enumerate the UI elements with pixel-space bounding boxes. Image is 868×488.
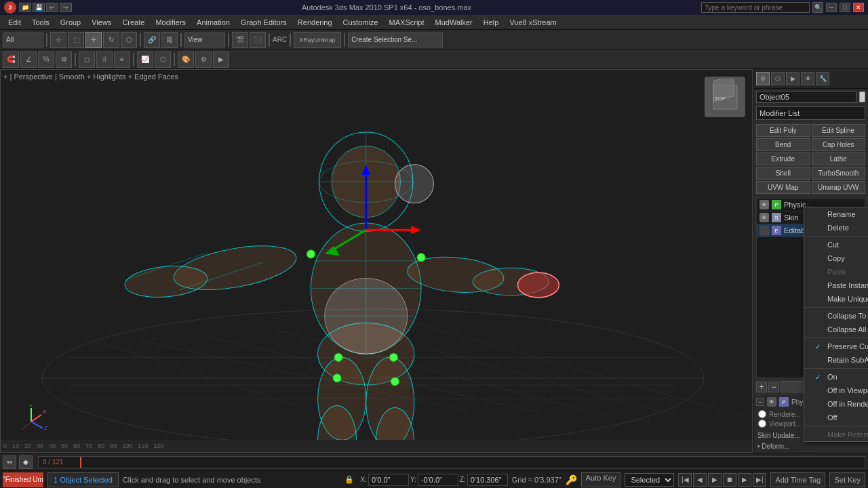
ctx-paste-instance[interactable]: Paste Instance: [804, 279, 868, 292]
menu-btn-undo[interactable]: ↩: [46, 3, 58, 12]
modify-panel-icon[interactable]: ⚙: [756, 72, 770, 85]
ctx-cut[interactable]: Cut: [804, 238, 868, 251]
display-panel-icon[interactable]: 👁: [801, 72, 814, 85]
menu-graph-editors[interactable]: Graph Editors: [235, 17, 292, 28]
menu-mudwalker[interactable]: MudWalker: [430, 17, 478, 28]
ctx-on[interactable]: ✓ On: [804, 370, 868, 384]
menu-tools[interactable]: Tools: [26, 17, 55, 28]
extrude-button[interactable]: Extrude: [756, 152, 810, 165]
selection-filter-dropdown[interactable]: All: [3, 33, 43, 47]
ctx-retain-subani[interactable]: Retain SubAni...: [804, 353, 868, 367]
object-name-input[interactable]: [756, 91, 856, 103]
snaps-toggle[interactable]: 🧲: [3, 52, 19, 68]
menu-edit[interactable]: Edit: [3, 17, 26, 28]
stack-eye-icon-editpoly[interactable]: [760, 226, 769, 235]
shell-button[interactable]: Shell: [756, 167, 810, 180]
modifier-list-dropdown[interactable]: Modifier List: [756, 106, 865, 120]
scale-tool[interactable]: ⬡: [121, 32, 137, 48]
rotate-tool[interactable]: ↻: [103, 32, 119, 48]
ctx-off[interactable]: Off: [804, 411, 868, 424]
stop-button[interactable]: ⏹: [723, 473, 736, 487]
object-color-swatch[interactable]: [859, 92, 865, 102]
set-key-button[interactable]: Set Key: [829, 472, 865, 487]
cap-holes-button[interactable]: Cap Holes: [812, 138, 866, 151]
move-tool[interactable]: ✛: [85, 32, 102, 48]
menu-create[interactable]: Create: [117, 17, 150, 28]
ctx-collapse-to[interactable]: Collapse To: [804, 309, 868, 323]
material-map[interactable]: 🎨: [178, 52, 194, 68]
menu-customize[interactable]: Customize: [338, 17, 384, 28]
ctx-make-unique[interactable]: Make Unique: [804, 292, 868, 306]
named-selections[interactable]: ◻: [79, 52, 95, 68]
viewport-radio[interactable]: [758, 420, 766, 428]
edit-spline-button[interactable]: Edit Spline: [812, 124, 866, 137]
menu-views[interactable]: Views: [86, 17, 117, 28]
schematic-view[interactable]: ⬡: [155, 52, 171, 68]
render-setup[interactable]: ⚙: [195, 52, 212, 68]
ctx-rename[interactable]: Rename: [804, 207, 868, 221]
renderer-radio[interactable]: [758, 410, 766, 418]
xray-unwrap[interactable]: XRayUnwrap: [294, 32, 341, 48]
status-icon-box[interactable]: "Finished Um: [3, 472, 43, 487]
select-region[interactable]: ⬚: [68, 32, 84, 48]
select-tool[interactable]: ⊹: [50, 32, 66, 48]
angle-snap[interactable]: ∠: [20, 52, 37, 68]
stack-add-button[interactable]: +: [756, 382, 767, 392]
stack-eye-icon[interactable]: 👁: [760, 200, 769, 209]
menu-modifiers[interactable]: Modifiers: [150, 17, 191, 28]
maximize-button[interactable]: □: [840, 3, 850, 12]
unlink-tool[interactable]: ⛓: [161, 32, 178, 48]
lathe-button[interactable]: Lathe: [812, 152, 866, 165]
menu-help[interactable]: Help: [478, 17, 505, 28]
quick-render[interactable]: ▶: [213, 52, 229, 68]
y-coord[interactable]: -0'0.0": [418, 474, 458, 486]
menu-maxscript[interactable]: MAXScript: [384, 17, 430, 28]
lock-icon[interactable]: 🔒: [344, 475, 354, 484]
align[interactable]: ≡: [114, 52, 130, 68]
z-coord[interactable]: 0'10.306": [467, 474, 508, 486]
prev-frame-button[interactable]: ◀: [693, 473, 707, 487]
ctx-off-viewport[interactable]: Off in Viewpo...: [804, 384, 868, 397]
link-tool[interactable]: 🔗: [144, 32, 160, 48]
close-button[interactable]: ✕: [853, 3, 864, 12]
unwrap-uvw-button[interactable]: Unwrap UVW: [812, 181, 866, 194]
search-input[interactable]: [701, 2, 810, 13]
viewport[interactable]: + | Perspective | Smooth + Highlights + …: [0, 69, 753, 453]
menu-rendering[interactable]: Rendering: [292, 17, 338, 28]
bend-button[interactable]: Bend: [756, 138, 810, 151]
ctx-collapse-all[interactable]: Collapse All: [804, 323, 868, 336]
menu-vue8[interactable]: Vue8 xStream: [504, 17, 561, 28]
next-frame-button[interactable]: ▶: [738, 473, 751, 487]
go-to-start-button[interactable]: |◀: [678, 473, 692, 487]
add-time-tag-button[interactable]: Add Time Tag: [770, 472, 825, 487]
physique-collapse-icon[interactable]: −: [756, 398, 764, 406]
percent-snap[interactable]: %: [38, 52, 54, 68]
create-selection-dropdown[interactable]: Create Selection Se...: [348, 33, 443, 47]
x-coord[interactable]: 0'0.0": [368, 474, 409, 486]
stack-remove-button[interactable]: −: [768, 382, 779, 392]
time-slider[interactable]: 0 / 121: [38, 456, 865, 468]
key-filter-dropdown[interactable]: Selected: [625, 473, 674, 487]
play-button[interactable]: ▶: [708, 473, 722, 487]
mirror[interactable]: ⧛: [96, 52, 113, 68]
menu-btn-redo[interactable]: ↪: [60, 3, 72, 12]
graph-editor-btn[interactable]: 📈: [137, 52, 153, 68]
ctx-copy[interactable]: Copy: [804, 251, 868, 265]
ctx-delete[interactable]: Delete: [804, 221, 868, 235]
hierarchy-panel-icon[interactable]: ⬡: [771, 72, 785, 85]
navigation-cube[interactable]: TOP: [705, 77, 745, 117]
menu-btn-file[interactable]: 📁: [19, 3, 31, 12]
menu-animation[interactable]: Animation: [191, 17, 235, 28]
stack-eye-icon-skin[interactable]: 👁: [760, 213, 769, 222]
autokey-button[interactable]: Auto Key: [581, 472, 621, 487]
ctx-preserve-custom[interactable]: ✓ Preserve Cust...: [804, 340, 868, 353]
motion-panel-icon[interactable]: ▶: [786, 72, 800, 85]
material-editor[interactable]: ⬛: [250, 32, 266, 48]
menu-group[interactable]: Group: [55, 17, 87, 28]
edit-poly-button[interactable]: Edit Poly: [756, 124, 810, 137]
view-dropdown[interactable]: View: [184, 33, 225, 47]
ctx-off-render[interactable]: Off in Rende...: [804, 397, 868, 411]
search-icon[interactable]: 🔍: [812, 2, 823, 13]
turbosmooth-button[interactable]: TurboSmooth: [812, 167, 866, 180]
utilities-panel-icon[interactable]: 🔧: [816, 72, 829, 85]
